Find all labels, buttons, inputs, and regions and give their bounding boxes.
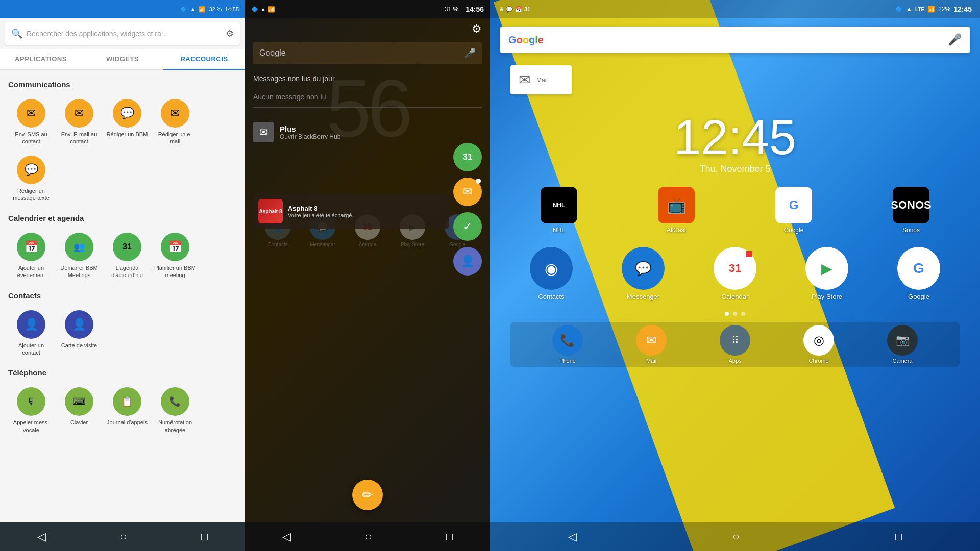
phone-dock-label: Phone xyxy=(559,358,576,364)
list-item[interactable]: 👤 Ajouter un contact xyxy=(8,306,54,361)
list-item[interactable]: 📅 Ajouter un évènement xyxy=(8,229,54,283)
search-bar[interactable]: 🔍 Rechercher des applications, widgets e… xyxy=(5,22,240,45)
statusbar-panel3: 🖥 💬 📅 31 🔷 ▲ LTE 📶 22% 12:45 xyxy=(490,0,980,18)
list-item[interactable]: G Google xyxy=(897,247,940,300)
google-search-bar-p3[interactable]: Google 🎤 xyxy=(500,27,970,53)
mail-widget[interactable]: ✉ Mail xyxy=(510,65,572,94)
list-item[interactable]: ▶ Play Store xyxy=(805,247,848,300)
home-button-p2[interactable]: ○ xyxy=(360,525,377,548)
keyboard-label: Clavier xyxy=(70,419,88,426)
bbm-label: Rédiger un BBM xyxy=(107,131,148,138)
list-item[interactable]: 31 Calendar xyxy=(714,247,756,300)
time-display: 14:55 xyxy=(225,6,239,12)
google-search-bar-p2[interactable]: Google 🎤 xyxy=(253,42,482,64)
wifi-icon: ▲ xyxy=(190,6,196,12)
home-button[interactable]: ○ xyxy=(115,525,132,548)
apps-icon-symbol: ⠿ xyxy=(731,334,739,346)
list-item[interactable]: ◉ Contacts xyxy=(530,247,573,300)
list-item[interactable]: 👤 Carte de visite xyxy=(56,306,102,361)
calendar-badge xyxy=(746,251,752,257)
list-item[interactable]: G Google xyxy=(775,187,812,234)
list-item[interactable]: 📅 Planifier un BBM meeting xyxy=(152,229,198,283)
list-item[interactable]: ✉ Mail xyxy=(636,325,667,364)
list-item[interactable]: 👥 Démarrer BBM Meetings xyxy=(56,229,102,283)
list-item[interactable]: ✉ Rédiger un e-mail xyxy=(152,95,198,149)
communications-grid: ✉ Env. SMS au contact ✉ Env. E-mail au c… xyxy=(8,95,237,206)
signal-icon-p2: 📶 xyxy=(268,6,275,13)
list-item[interactable]: 💬 Rédiger un message texte xyxy=(8,152,54,206)
list-item[interactable]: ✉ Env. SMS au contact xyxy=(8,95,54,149)
list-item[interactable]: 📷 Camera xyxy=(887,325,918,364)
asphalt-notification[interactable]: Asphalt 8 Asphalt 8 Votre jeu a été télé… xyxy=(253,194,449,229)
home-clock: 12:45 Thu, November 5 xyxy=(490,103,980,179)
open-hub-row[interactable]: ✉ Plus Ouvrir BlackBerry Hub xyxy=(253,122,482,142)
list-item[interactable]: SONOS Sonos xyxy=(893,187,929,234)
camera-dock-label: Camera xyxy=(892,358,912,364)
sonos-label: Sonos xyxy=(902,227,920,234)
google-top-label: Google xyxy=(784,227,804,234)
recents-button-p2[interactable]: □ xyxy=(441,525,458,548)
list-item[interactable]: 📞 Phone xyxy=(552,325,583,364)
shortcuts-content: Communications ✉ Env. SMS au contact ✉ E… xyxy=(0,70,245,522)
search-placeholder: Rechercher des applications, widgets et … xyxy=(27,30,222,38)
messages-section: Messages non lus du jour Aucun message n… xyxy=(253,74,482,108)
list-item[interactable]: ◎ Chrome xyxy=(803,325,834,364)
back-button-p2[interactable]: ◁ xyxy=(277,525,296,548)
search-icon: 🔍 xyxy=(11,28,22,39)
list-item[interactable]: 📺 AllCast xyxy=(658,187,695,234)
list-item[interactable]: 📋 Journal d'appels xyxy=(104,383,150,438)
list-item[interactable]: ⌨ Clavier xyxy=(56,383,102,438)
settings-gear-icon[interactable]: ⚙ xyxy=(226,28,234,39)
calendar-notif-card[interactable]: 31 xyxy=(453,143,482,171)
compose-email-label: Rédiger un e-mail xyxy=(154,131,196,145)
lte-badge: LTE xyxy=(915,7,924,12)
status-right-p3: 🔷 ▲ LTE 📶 22% 12:45 xyxy=(895,5,972,13)
section-phone: Téléphone xyxy=(8,368,237,377)
msg-icon-p3: 💬 xyxy=(506,6,513,13)
top-app-row: NHL NHL 📺 AllCast G Google SONOS xyxy=(490,179,980,242)
back-button[interactable]: ◁ xyxy=(32,525,51,548)
recents-button[interactable]: □ xyxy=(196,525,213,548)
hub-settings-button[interactable]: ⚙ xyxy=(472,22,482,36)
statusbar-panel1: 🔷 ▲ 📶 32 % 14:55 xyxy=(0,0,245,18)
messenger-big-icon: 💬 xyxy=(622,247,665,290)
sms-contact-icon: ✉ xyxy=(17,99,45,128)
check-notif-card[interactable]: ✓ xyxy=(453,212,482,241)
wifi-icon-p2: ▲ xyxy=(260,6,266,12)
list-item[interactable]: ⠿ Apps xyxy=(720,325,750,364)
list-item[interactable]: 💬 Rédiger un BBM xyxy=(104,95,150,149)
list-item[interactable]: ✉ Env. E-mail au contact xyxy=(56,95,102,149)
google-g-icon: G xyxy=(789,198,799,212)
list-item[interactable]: 📞 Numérotation abrégée xyxy=(152,383,198,438)
list-item[interactable]: 🎙 Appeler mess. vocale xyxy=(8,383,54,438)
google-big-icon: G xyxy=(897,247,940,290)
section-contacts: Contacts xyxy=(8,291,237,300)
list-item[interactable]: 31 L'agenda d'aujourd'hui xyxy=(104,229,150,283)
apps-dock-label: Apps xyxy=(728,358,741,364)
wifi-icon-p3: ▲ xyxy=(906,6,912,13)
email-notif-card[interactable]: ✉ xyxy=(453,178,482,206)
plan-meeting-label: Planifier un BBM meeting xyxy=(154,264,196,279)
panel-home-screen: 🖥 💬 📅 31 🔷 ▲ LTE 📶 22% 12:45 Google 🎤 ✉ … xyxy=(490,0,980,551)
messages-header: Messages non lus du jour xyxy=(253,74,482,83)
keyboard-icon: ⌨ xyxy=(65,387,93,416)
list-item[interactable]: NHL NHL xyxy=(541,187,577,234)
back-button-p3[interactable]: ◁ xyxy=(563,525,582,548)
time-p3: 12:45 xyxy=(953,5,972,13)
list-item[interactable]: 💬 Messenger xyxy=(622,247,665,300)
clock-date: Thu, November 5 xyxy=(490,164,980,174)
home-button-p3[interactable]: ○ xyxy=(727,525,744,548)
notification-cards: 31 ✉ ✓ 👤 xyxy=(453,143,482,276)
person-notif-card[interactable]: 👤 xyxy=(453,247,482,276)
mail-icon-symbol: ✉ xyxy=(646,333,656,347)
sonos-app-icon: SONOS xyxy=(893,187,929,223)
tab-applications[interactable]: APPLICATIONS xyxy=(0,49,82,69)
tab-raccourcis[interactable]: RACCOURCIS xyxy=(163,49,245,69)
recents-button-p3[interactable]: □ xyxy=(890,525,907,548)
asphalt-icon: Asphalt 8 xyxy=(258,199,283,223)
add-contact-label: Ajouter un contact xyxy=(10,342,52,357)
playstore-big-label: Play Store xyxy=(812,293,842,300)
bt-icon-p3: 🔷 xyxy=(895,6,903,13)
compose-fab-button[interactable]: ✏ xyxy=(352,480,383,510)
tab-widgets[interactable]: WIDGETS xyxy=(82,49,163,69)
